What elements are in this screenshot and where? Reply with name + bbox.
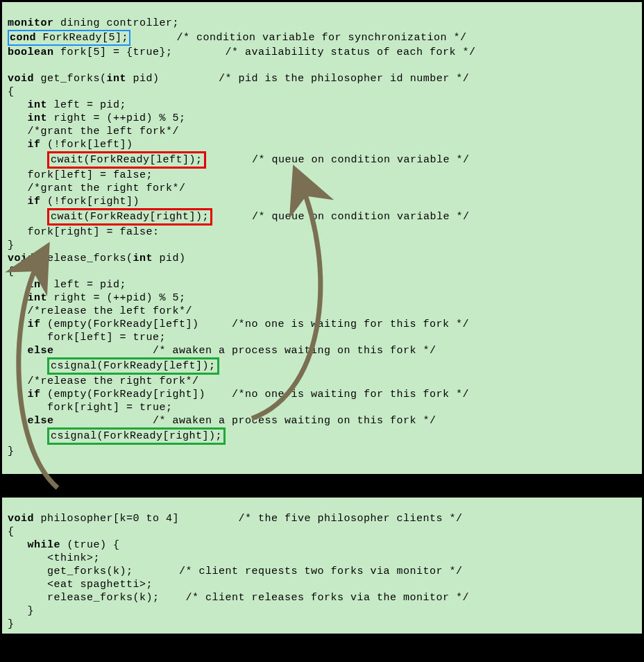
comment: /* queue on condition variable */ [212, 211, 470, 223]
txt: fork[left] = true; [8, 332, 166, 343]
txt: left = pid; [47, 99, 126, 111]
kw-if: if [8, 319, 41, 330]
kw-int: int [8, 292, 47, 304]
kw-boolean: boolean [8, 46, 54, 58]
comment: /*release the right fork*/ [8, 375, 199, 387]
txt: (!fork[right]) [41, 196, 140, 207]
kw-if: if [8, 139, 41, 151]
txt: <think>; [8, 552, 100, 564]
txt: fork[right] = false: [8, 226, 160, 238]
comment: /* queue on condition variable */ [206, 154, 470, 166]
kw-int: int [107, 73, 127, 85]
kw-else: else [8, 415, 54, 427]
comment: /* condition variable for synchronizatio… [130, 32, 467, 44]
hl-cond-decl: cond ForkReady[5]; [8, 30, 130, 46]
kw-void: void [8, 253, 34, 264]
code-panel-monitor: monitor dining controller; cond ForkRead… [0, 0, 644, 476]
txt: dining controller; [54, 17, 180, 29]
txt: fork[5] = {true}; /* availability status… [54, 46, 476, 58]
comment: /*grant the right fork*/ [8, 183, 186, 194]
txt: fork[left] = false; [8, 169, 153, 181]
hl-cwait-left: cwait(ForkReady[left]); [47, 151, 206, 169]
txt: (empty(ForkReady[left]) /*no one is wait… [41, 319, 470, 330]
txt: } [8, 239, 15, 251]
indent [8, 360, 47, 372]
kw-if: if [8, 196, 41, 207]
comment: /* awaken a process waiting on this fork… [54, 415, 437, 427]
kw-monitor: monitor [8, 17, 54, 29]
txt: right = (++pid) % 5; [47, 292, 186, 304]
kw-void: void [8, 73, 34, 85]
txt: right = (++pid) % 5; [47, 112, 186, 124]
kw-while: while [8, 539, 60, 551]
indent [8, 154, 47, 166]
kw-void: void [8, 513, 34, 525]
indent [8, 430, 47, 442]
txt: (true) { [60, 539, 120, 551]
txt: { [8, 266, 15, 278]
kw-if: if [8, 389, 41, 400]
txt: release_forks( [34, 253, 133, 264]
txt: get_forks(k); /* client requests two for… [8, 566, 463, 577]
kw-else: else [8, 345, 54, 357]
hl-cwait-right: cwait(ForkReady[right]); [47, 208, 212, 226]
txt: (!fork[left]) [41, 139, 133, 151]
comment: /*grant the left fork*/ [8, 126, 179, 137]
txt: { [8, 86, 15, 98]
txt: <eat spaghetti>; [8, 579, 153, 591]
kw-int: int [133, 253, 153, 264]
txt: } [8, 605, 34, 617]
comment: /*release the left fork*/ [8, 305, 192, 317]
comment: /* awaken a process waiting on this fork… [54, 345, 437, 357]
kw-cond: cond [10, 32, 36, 44]
txt: left = pid; [47, 279, 126, 291]
hl-csignal-left: csignal(ForkReady[left]); [47, 357, 219, 375]
kw-int: int [8, 279, 47, 291]
kw-int: int [8, 112, 47, 124]
txt: pid) [153, 253, 186, 264]
hl-csignal-right: csignal(ForkReady[right]); [47, 427, 226, 445]
txt: } [8, 445, 15, 457]
panel-divider [0, 476, 644, 495]
code-panel-philosopher: void philosopher[k=0 to 4] /* the five p… [0, 495, 644, 636]
txt: ForkReady[5]; [36, 32, 128, 44]
txt: release_forks(k); /* client releases for… [8, 592, 469, 604]
txt: fork[right] = true; [8, 402, 173, 414]
kw-int: int [8, 99, 47, 111]
txt: } [8, 618, 15, 630]
indent [8, 211, 47, 223]
txt: philosopher[k=0 to 4] /* the five philos… [34, 513, 463, 525]
txt: (empty(ForkReady[right]) /*no one is wai… [41, 389, 470, 400]
txt: pid) /* pid is the philosopher id number… [126, 73, 469, 85]
txt: get_forks( [34, 73, 107, 85]
txt: { [8, 526, 15, 538]
